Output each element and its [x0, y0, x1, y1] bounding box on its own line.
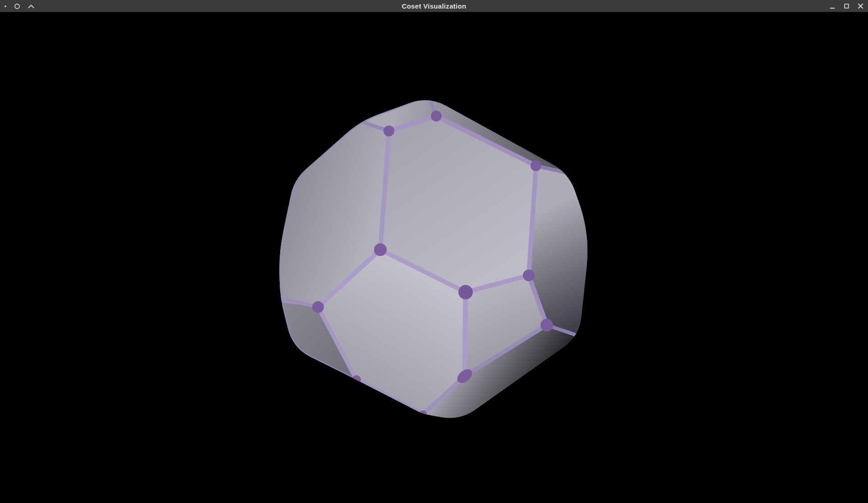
window-title: Coset Visualization — [402, 0, 466, 12]
polyhedron-vertex — [531, 160, 541, 171]
minimize-button[interactable] — [828, 2, 836, 10]
polyhedron — [271, 90, 593, 424]
polyhedron-vertex — [420, 410, 427, 418]
polyhedron-canvas[interactable] — [0, 0, 868, 503]
polyhedron-vertex — [374, 243, 387, 256]
circle-icon[interactable] — [14, 4, 20, 9]
chevron-up-icon[interactable] — [28, 4, 34, 9]
titlebar-left-icons — [5, 0, 34, 12]
window-controls — [828, 0, 864, 12]
close-button[interactable] — [856, 2, 864, 10]
polyhedron-vertex — [458, 285, 473, 299]
maximize-button[interactable] — [842, 2, 850, 10]
polyhedron-edge — [465, 292, 466, 376]
polyhedron-vertex — [431, 111, 442, 121]
app-window: Coset Visualization — [0, 0, 868, 503]
3d-viewport[interactable] — [0, 0, 868, 503]
polyhedron-vertex — [540, 319, 553, 331]
dot-icon[interactable] — [5, 5, 6, 7]
minimize-icon — [830, 4, 835, 9]
close-icon — [858, 3, 863, 9]
polyhedron-vertex — [383, 126, 394, 136]
titlebar[interactable]: Coset Visualization — [0, 0, 868, 12]
maximize-icon — [844, 4, 849, 9]
polyhedron-vertex — [523, 270, 535, 281]
polyhedron-vertex — [352, 375, 361, 384]
polyhedron-vertex — [312, 301, 324, 313]
